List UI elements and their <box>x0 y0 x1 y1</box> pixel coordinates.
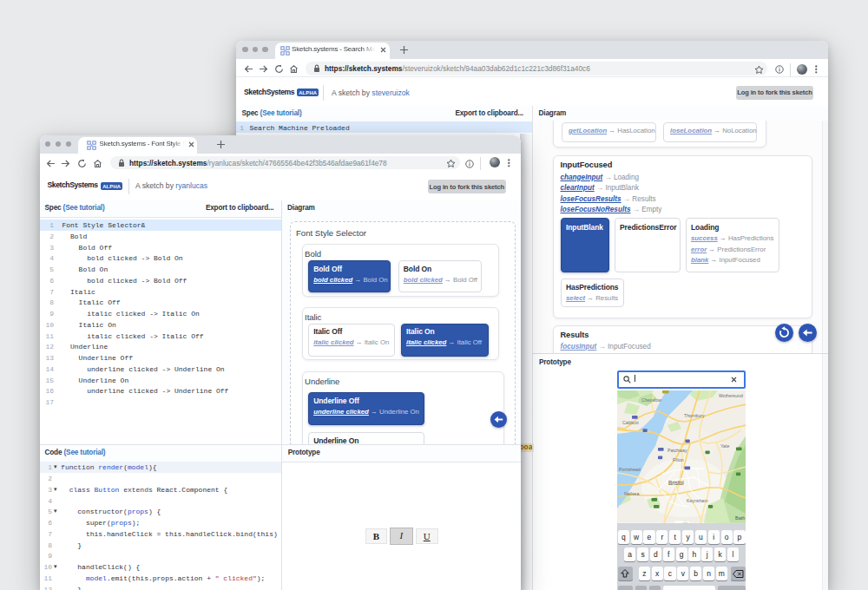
svg-text:Bristol: Bristol <box>668 481 684 487</box>
svg-text:Keynsham: Keynsham <box>686 499 707 504</box>
svg-text:Portishead: Portishead <box>619 468 641 473</box>
svg-text:Patchway: Patchway <box>667 449 687 454</box>
svg-text:Thornbury: Thornbury <box>683 414 704 419</box>
svg-text:Wothersund: Wothersund <box>718 394 742 399</box>
svg-text:Yate: Yate <box>720 444 728 449</box>
svg-text:Bath: Bath <box>734 515 744 521</box>
svg-text:Caldicot: Caldicot <box>622 420 639 425</box>
svg-text:Filton: Filton <box>673 458 684 463</box>
svg-text:Chepstow: Chepstow <box>641 398 661 403</box>
svg-text:Nailsea: Nailsea <box>624 492 639 497</box>
